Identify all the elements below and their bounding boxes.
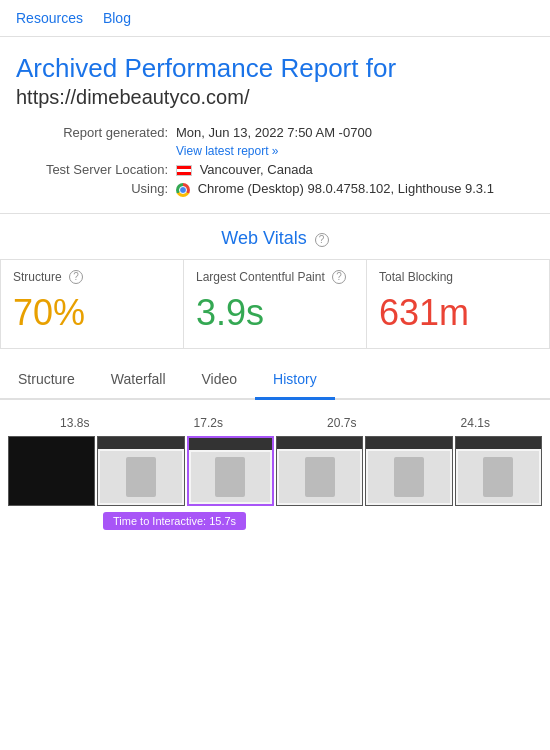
chrome-icon — [176, 183, 190, 197]
timestamp-2: 20.7s — [275, 416, 409, 430]
vital-card-structure: Structure ? 70% — [0, 259, 183, 349]
web-vitals-title: Web Vitals — [221, 228, 306, 248]
frame-img-5 — [365, 436, 452, 506]
timestamp-1: 17.2s — [142, 416, 276, 430]
frame-img-2 — [97, 436, 184, 506]
page-title: Archived Performance Report for — [16, 53, 534, 84]
using-label: Using: — [16, 181, 176, 196]
vitals-row: Structure ? 70% Largest Contentful Paint… — [0, 259, 550, 361]
meta-generated-row: Report generated: Mon, Jun 13, 2022 7:50… — [16, 125, 534, 140]
view-latest-link[interactable]: View latest report » — [176, 144, 534, 158]
frame-img-3 — [187, 436, 274, 506]
tab-waterfall[interactable]: Waterfall — [93, 361, 184, 400]
server-value: Vancouver, Canada — [176, 162, 313, 177]
tab-structure[interactable]: Structure — [0, 361, 93, 400]
frame-5[interactable] — [365, 436, 452, 506]
vital-label-lcp: Largest Contentful Paint ? — [196, 270, 354, 285]
tab-video[interactable]: Video — [184, 361, 256, 400]
timestamp-3: 24.1s — [409, 416, 543, 430]
timestamp-0: 13.8s — [8, 416, 142, 430]
meta-section: Report generated: Mon, Jun 13, 2022 7:50… — [0, 117, 550, 214]
filmstrip-section: 13.8s 17.2s 20.7s 24.1s — [0, 400, 550, 530]
web-vitals-header: Web Vitals ? — [0, 214, 550, 259]
using-value: Chrome (Desktop) 98.0.4758.102, Lighthou… — [176, 181, 494, 197]
tti-badge-wrapper: Time to Interactive: 15.7s — [0, 512, 550, 530]
frame-6[interactable] — [455, 436, 542, 506]
generated-label: Report generated: — [16, 125, 176, 140]
nav-blog[interactable]: Blog — [103, 10, 131, 26]
vital-card-lcp: Largest Contentful Paint ? 3.9s — [183, 259, 366, 349]
generated-value: Mon, Jun 13, 2022 7:50 AM -0700 — [176, 125, 372, 140]
vital-card-tbt: Total Blocking 631m — [366, 259, 550, 349]
server-label: Test Server Location: — [16, 162, 176, 177]
web-vitals-help-icon[interactable]: ? — [315, 233, 329, 247]
frame-img-6 — [455, 436, 542, 506]
tti-badge: Time to Interactive: 15.7s — [103, 512, 246, 530]
frame-img-4 — [276, 436, 363, 506]
vital-value-structure: 70% — [13, 292, 171, 334]
canada-flag-icon — [176, 165, 192, 176]
vital-value-lcp: 3.9s — [196, 292, 354, 334]
tab-history[interactable]: History — [255, 361, 335, 400]
vital-value-tbt: 631m — [379, 292, 537, 334]
frame-img-1 — [8, 436, 95, 506]
frame-1[interactable] — [8, 436, 95, 506]
meta-server-row: Test Server Location: Vancouver, Canada — [16, 162, 534, 177]
vital-label-tbt: Total Blocking — [379, 270, 537, 284]
page-url: https://dimebeautyco.com/ — [16, 86, 534, 109]
nav-resources[interactable]: Resources — [16, 10, 83, 26]
navbar: Resources Blog — [0, 0, 550, 37]
structure-help-icon[interactable]: ? — [69, 270, 83, 284]
header-section: Archived Performance Report for https://… — [0, 37, 550, 117]
frame-2[interactable] — [97, 436, 184, 506]
frame-4[interactable] — [276, 436, 363, 506]
lcp-help-icon[interactable]: ? — [332, 270, 346, 284]
frame-3[interactable] — [187, 436, 274, 506]
meta-using-row: Using: Chrome (Desktop) 98.0.4758.102, L… — [16, 181, 534, 197]
tabs-bar: Structure Waterfall Video History — [0, 361, 550, 400]
vital-label-structure: Structure ? — [13, 270, 171, 285]
filmstrip-frames — [0, 436, 550, 506]
filmstrip-timestamps: 13.8s 17.2s 20.7s 24.1s — [0, 416, 550, 430]
